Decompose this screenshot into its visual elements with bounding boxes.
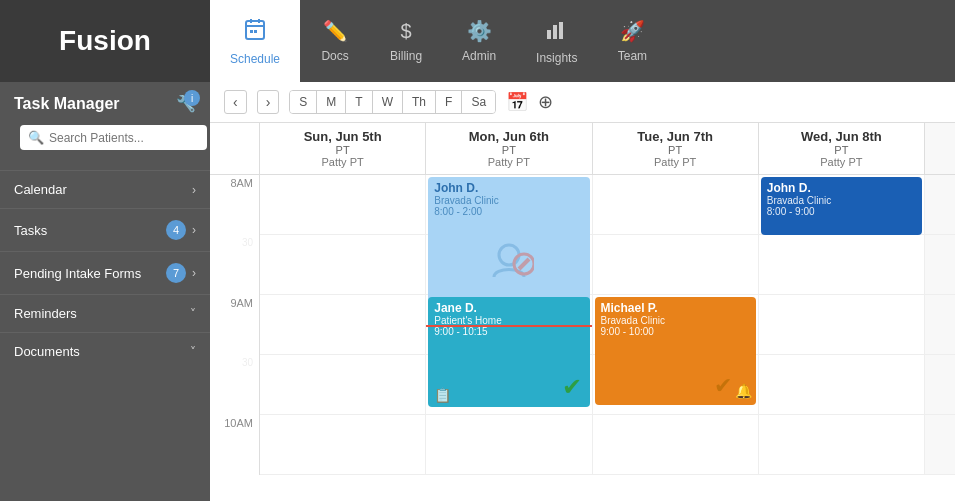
- tasks-label: Tasks: [14, 223, 47, 238]
- cell-extra-830: [925, 235, 955, 295]
- task-manager-title: Task Manager: [14, 95, 120, 113]
- cell-sun-9am[interactable]: [260, 295, 426, 355]
- time-8am: 8AM: [210, 175, 260, 235]
- tab-schedule-label: Schedule: [230, 52, 280, 66]
- sidebar-item-reminders[interactable]: Reminders ˅: [0, 294, 210, 332]
- chevron-icon: ›: [192, 183, 196, 197]
- calendar-toolbar: ‹ › S M T W Th F Sa 📅 ⊕: [210, 82, 955, 123]
- sidebar-item-documents[interactable]: Documents ˅: [0, 332, 210, 370]
- calendar-label: Calendar: [14, 182, 67, 197]
- cell-wed-10am[interactable]: [759, 415, 925, 475]
- day-btn-sa[interactable]: Sa: [462, 91, 495, 113]
- col-header-sun: Sun, Jun 5th PT Patty PT: [260, 123, 426, 174]
- cell-wed-9am[interactable]: [759, 295, 925, 355]
- cell-tue-10am[interactable]: [593, 415, 759, 475]
- tab-docs[interactable]: ✏️ Docs: [300, 0, 370, 82]
- top-nav: Fusion Schedule ✏️ Docs $ Billing ⚙️ Adm…: [0, 0, 955, 82]
- sidebar: Task Manager 🔧 i 🔍 Calendar › Ta: [0, 82, 210, 501]
- info-badge: i: [184, 90, 200, 106]
- cell-sun-10am[interactable]: [260, 415, 426, 475]
- svg-rect-8: [559, 22, 563, 39]
- tab-schedule[interactable]: Schedule: [210, 0, 300, 82]
- tab-insights[interactable]: Insights: [516, 0, 597, 82]
- time-header: [210, 123, 260, 174]
- tab-admin-label: Admin: [462, 49, 496, 63]
- search-row: 🔍: [10, 125, 200, 160]
- appt-john-d[interactable]: John D. Bravada Clinic 8:00 - 9:00: [761, 177, 922, 235]
- cell-wed-8am[interactable]: John D. Bravada Clinic 8:00 - 9:00: [759, 175, 925, 235]
- cell-sun-8am[interactable]: [260, 175, 426, 235]
- cell-mon-8am[interactable]: John D. Bravada Clinic 8:00 - 2:00: [426, 175, 592, 235]
- calendar-picker-icon[interactable]: 📅: [506, 91, 528, 113]
- col-header-extra: [925, 123, 955, 174]
- cell-extra-930: [925, 355, 955, 415]
- col-header-tue: Tue, Jun 7th PT Patty PT: [593, 123, 759, 174]
- cell-mon-10am[interactable]: [426, 415, 592, 475]
- check-orange-icon: ✔: [714, 373, 732, 399]
- svg-rect-7: [553, 25, 557, 39]
- calendar-body: 8AM John D. Bravada Clinic 8:00 - 2:00: [210, 175, 955, 475]
- day-btn-t[interactable]: T: [346, 91, 372, 113]
- check-icon: ✔: [562, 373, 582, 401]
- cell-tue-8am[interactable]: [593, 175, 759, 235]
- main-content: Task Manager 🔧 i 🔍 Calendar › Ta: [0, 82, 955, 501]
- day-btn-m[interactable]: M: [317, 91, 346, 113]
- billing-icon: $: [400, 20, 411, 43]
- logo: Fusion: [0, 0, 210, 82]
- cell-extra-10am: [925, 415, 955, 475]
- docs-icon: ✏️: [323, 19, 348, 43]
- crosshair-icon[interactable]: ⊕: [538, 91, 553, 113]
- sidebar-item-calendar[interactable]: Calendar ›: [0, 170, 210, 208]
- cell-tue-9am[interactable]: Michael P. Bravada Clinic 9:00 - 10:00 ✔…: [593, 295, 759, 355]
- sidebar-header: Task Manager 🔧 i: [0, 82, 210, 125]
- search-icon: 🔍: [28, 130, 44, 145]
- schedule-icon: [243, 17, 267, 46]
- cell-wed-930[interactable]: [759, 355, 925, 415]
- tab-admin[interactable]: ⚙️ Admin: [442, 0, 516, 82]
- calendar-grid: Sun, Jun 5th PT Patty PT Mon, Jun 6th PT…: [210, 123, 955, 501]
- nav-tabs: Schedule ✏️ Docs $ Billing ⚙️ Admin Insi…: [210, 0, 667, 82]
- tab-team[interactable]: 🚀 Team: [597, 0, 667, 82]
- next-button[interactable]: ›: [257, 90, 280, 114]
- pending-intake-label: Pending Intake Forms: [14, 266, 141, 281]
- calendar-header: Sun, Jun 5th PT Patty PT Mon, Jun 6th PT…: [210, 123, 955, 175]
- chevron-down-icon: ˅: [190, 307, 196, 321]
- documents-label: Documents: [14, 344, 80, 359]
- reminders-label: Reminders: [14, 306, 77, 321]
- time-9am: 9AM: [210, 295, 260, 355]
- cell-wed-830[interactable]: [759, 235, 925, 295]
- search-bar: 🔍: [20, 125, 207, 150]
- cell-tue-830[interactable]: [593, 235, 759, 295]
- admin-icon: ⚙️: [467, 19, 492, 43]
- svg-rect-4: [250, 30, 253, 33]
- cell-sun-830[interactable]: [260, 235, 426, 295]
- current-time-line: [426, 325, 591, 327]
- insights-icon: [546, 18, 568, 45]
- day-btn-s[interactable]: S: [290, 91, 317, 113]
- chevron-icon: ›: [192, 223, 196, 237]
- day-btn-th[interactable]: Th: [403, 91, 436, 113]
- cell-sun-930[interactable]: [260, 355, 426, 415]
- sidebar-item-pending-intake[interactable]: Pending Intake Forms 7 ›: [0, 251, 210, 294]
- appt-jane-d[interactable]: Jane D. Patient's Home 9:00 - 10:15 ✔ 📋: [428, 297, 589, 407]
- day-btn-w[interactable]: W: [373, 91, 403, 113]
- chevron-icon: ›: [192, 266, 196, 280]
- time-930: 30: [210, 355, 260, 415]
- day-btn-f[interactable]: F: [436, 91, 462, 113]
- cell-mon-9am[interactable]: Jane D. Patient's Home 9:00 - 10:15 ✔ 📋: [426, 295, 592, 355]
- appt-michael-p[interactable]: Michael P. Bravada Clinic 9:00 - 10:00 ✔…: [595, 297, 756, 405]
- tab-billing-label: Billing: [390, 49, 422, 63]
- sidebar-item-tasks[interactable]: Tasks 4 ›: [0, 208, 210, 251]
- svg-point-12: [499, 245, 519, 265]
- svg-rect-5: [254, 30, 257, 33]
- col-header-wed: Wed, Jun 8th PT Patty PT: [759, 123, 925, 174]
- tasks-badge: 4: [166, 220, 186, 240]
- pending-intake-badge: 7: [166, 263, 186, 283]
- time-830: 30: [210, 235, 260, 295]
- tab-billing[interactable]: $ Billing: [370, 0, 442, 82]
- prev-button[interactable]: ‹: [224, 90, 247, 114]
- calendar-area: ‹ › S M T W Th F Sa 📅 ⊕ Sun, Jun 5th PT: [210, 82, 955, 501]
- team-icon: 🚀: [620, 19, 645, 43]
- svg-line-13: [519, 259, 529, 269]
- search-input[interactable]: [49, 131, 199, 145]
